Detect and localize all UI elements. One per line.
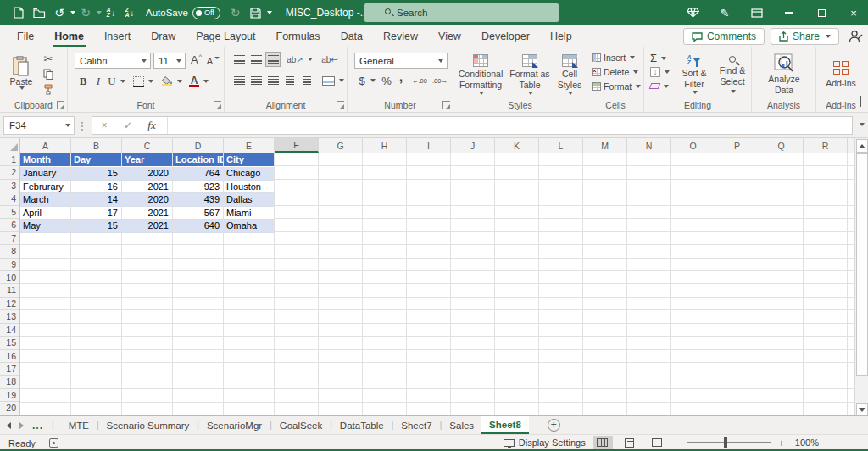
search-box[interactable] xyxy=(364,3,559,22)
col-header-d[interactable]: D xyxy=(173,138,224,153)
row-header-13[interactable]: 13 xyxy=(0,310,19,323)
sheet-tab-sheet7[interactable]: Sheet7 xyxy=(393,416,439,434)
col-header-j[interactable]: J xyxy=(451,138,495,153)
tab-home[interactable]: Home xyxy=(44,25,94,47)
insert-function-icon[interactable]: fx xyxy=(140,119,164,132)
col-header-b[interactable]: B xyxy=(71,138,122,153)
row-header-1[interactable]: 1 xyxy=(0,153,19,166)
col-header-h[interactable]: H xyxy=(363,138,407,153)
col-header-e[interactable]: E xyxy=(224,138,275,153)
col-header-c[interactable]: C xyxy=(122,138,173,153)
close-button[interactable]: × xyxy=(839,0,868,25)
addins-button[interactable]: Add-ins xyxy=(821,50,861,99)
tab-help[interactable]: Help xyxy=(540,25,582,47)
sheet-grid[interactable]: 1234567891011121314151617181920 MonthDay… xyxy=(0,153,854,415)
row-header-8[interactable]: 8 xyxy=(0,245,19,258)
next-sheet-icon[interactable] xyxy=(19,422,24,429)
increase-font-size-button[interactable]: A^ xyxy=(188,52,204,68)
search-input[interactable] xyxy=(397,8,541,18)
col-header-l[interactable]: L xyxy=(539,138,583,153)
col-header-o[interactable]: O xyxy=(671,138,715,153)
font-color-button[interactable]: A xyxy=(187,73,201,90)
cell[interactable]: 2021 xyxy=(122,207,173,220)
ribbon-display-options-button[interactable] xyxy=(743,0,771,25)
tab-developer[interactable]: Developer xyxy=(471,25,540,47)
zoom-level[interactable]: 100% xyxy=(795,437,819,448)
number-format-select[interactable]: General xyxy=(354,53,448,69)
scroll-down-button[interactable] xyxy=(856,403,868,416)
cell[interactable]: 17 xyxy=(71,207,122,220)
bold-button[interactable]: B xyxy=(76,74,90,89)
cell[interactable]: January xyxy=(20,167,71,180)
cell[interactable]: Februrary xyxy=(20,181,71,193)
cell[interactable]: 2021 xyxy=(122,181,173,193)
cell[interactable]: 2021 xyxy=(122,220,173,232)
copy-button[interactable] xyxy=(41,67,56,81)
page-break-view-button[interactable] xyxy=(647,436,667,449)
maximize-button[interactable] xyxy=(807,0,836,25)
cell[interactable]: 764 xyxy=(173,167,224,180)
sheet-overflow-button[interactable]: ... xyxy=(32,420,43,432)
sort-descending-button[interactable]: ZA ↓ xyxy=(120,3,139,23)
row-header-11[interactable]: 11 xyxy=(0,284,19,297)
sheet-tab-goalseek[interactable]: GoalSeek xyxy=(272,416,331,434)
row-header-14[interactable]: 14 xyxy=(0,324,19,337)
row-header-3[interactable]: 3 xyxy=(0,180,19,192)
cell[interactable]: 640 xyxy=(173,220,224,232)
autosum-button[interactable]: Σ xyxy=(650,52,666,64)
cell-styles-button[interactable]: Cell Styles xyxy=(552,50,587,99)
row-header-2[interactable]: 2 xyxy=(0,166,19,179)
fill-color-button[interactable] xyxy=(159,73,175,90)
increase-indent-button[interactable] xyxy=(299,73,314,88)
decrease-font-size-button[interactable]: A xyxy=(205,53,221,69)
new-sheet-button[interactable]: + xyxy=(548,419,560,432)
cell[interactable]: 2020 xyxy=(122,167,173,180)
row-header-19[interactable]: 19 xyxy=(0,389,19,402)
vertical-scroll-thumb[interactable] xyxy=(856,153,868,376)
cut-button[interactable]: ✂ xyxy=(41,52,56,65)
minimize-button[interactable] xyxy=(775,0,804,25)
row-header-6[interactable]: 6 xyxy=(0,219,19,231)
align-center-button[interactable] xyxy=(248,73,264,88)
merge-center-button[interactable] xyxy=(320,73,337,88)
format-as-table-button[interactable]: Format as Table xyxy=(508,50,552,99)
data-table[interactable]: MonthDayYearLocation IDCityJanuary152020… xyxy=(20,153,275,233)
sheet-tab-scenario-summary[interactable]: Scenario Summary xyxy=(99,416,198,434)
fill-button[interactable]: ↓ xyxy=(650,67,670,77)
expand-formula-bar-icon[interactable] xyxy=(860,123,865,126)
header-cell[interactable]: Month xyxy=(20,153,71,166)
cell[interactable]: May xyxy=(20,220,71,232)
tab-data[interactable]: Data xyxy=(331,25,373,47)
middle-align-button[interactable] xyxy=(248,52,264,67)
format-cells-button[interactable]: Format xyxy=(592,81,641,92)
cell[interactable]: 439 xyxy=(173,193,224,206)
zoom-in-button[interactable]: + xyxy=(778,437,785,449)
increase-decimal-button[interactable]: ←.00 xyxy=(410,74,429,87)
cell[interactable]: 15 xyxy=(71,167,122,180)
col-header-n[interactable]: N xyxy=(627,138,671,153)
cell[interactable]: April xyxy=(20,207,71,220)
qat-customize-chevron-icon[interactable] xyxy=(267,11,272,14)
alignment-dialog-launcher[interactable] xyxy=(337,101,344,109)
col-header-r[interactable]: R xyxy=(804,138,848,153)
cell[interactable]: Houston xyxy=(224,181,275,193)
zoom-slider[interactable] xyxy=(687,442,771,443)
underline-button[interactable]: U xyxy=(106,74,118,89)
row-header-18[interactable]: 18 xyxy=(0,376,19,388)
cell[interactable]: Chicago xyxy=(224,167,275,180)
row-header-12[interactable]: 12 xyxy=(0,298,19,310)
sort-filter-button[interactable]: AZ Sort & Filter xyxy=(675,51,714,98)
clear-button[interactable] xyxy=(650,83,669,89)
cell[interactable]: 14 xyxy=(71,193,122,206)
paste-button[interactable]: Paste xyxy=(5,51,37,95)
align-left-button[interactable] xyxy=(231,73,247,88)
header-cell[interactable]: Location ID xyxy=(173,153,224,166)
select-all-button[interactable] xyxy=(0,138,20,153)
number-dialog-launcher[interactable] xyxy=(442,101,450,109)
header-cell[interactable]: Year xyxy=(122,153,173,166)
row-header-5[interactable]: 5 xyxy=(0,206,19,219)
save-button[interactable] xyxy=(246,3,266,23)
align-right-button[interactable] xyxy=(265,73,281,88)
col-header-i[interactable]: I xyxy=(407,138,451,153)
draw-pen-icon[interactable]: ✎ xyxy=(710,0,739,25)
